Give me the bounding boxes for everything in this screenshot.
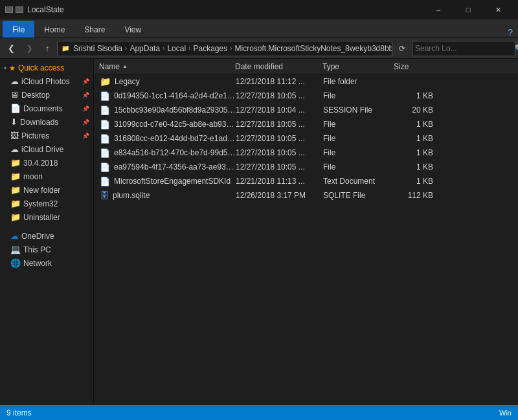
quick-access-arrow: ▾	[4, 65, 6, 71]
taskbar-text: Win	[499, 409, 512, 417]
table-row[interactable]: 📄 e834a516-b712-470c-be7d-99d5fc4e7c16 1…	[94, 146, 518, 160]
file-col-type: File	[323, 134, 394, 143]
file-col-name: 📄 0d194350-1cc1-4164-a2d4-d2e137a0a39f	[100, 91, 236, 101]
file-col-name: 📄 316808cc-e012-44dd-bd72-e1ad421fb827	[100, 134, 236, 144]
col-header-date[interactable]: Date modified	[235, 62, 322, 71]
sort-arrow: ▲	[122, 63, 128, 69]
title-bar-left: LocalState	[5, 5, 64, 14]
sqlite-icon: 🗄	[100, 190, 109, 201]
file-icon: 📄	[100, 148, 110, 158]
table-row[interactable]: 📄 MicrosoftStoreEngagementSDKId 12/21/20…	[94, 174, 518, 188]
file-col-name: 📁 Legacy	[100, 76, 236, 87]
table-row[interactable]: 📄 ea97594b-4f17-4356-aa73-ae93139cb43d 1…	[94, 160, 518, 174]
table-row[interactable]: 📄 316808cc-e012-44dd-bd72-e1ad421fb827 1…	[94, 131, 518, 146]
file-col-type: SESSION File	[323, 105, 394, 115]
file-col-name: 📄 15cbbc93e90a4d56bf8d9a29305b8981.sto..…	[100, 105, 236, 115]
sidebar-item-new-folder[interactable]: 📁 New folder	[0, 183, 93, 197]
folder-icon: 📁	[10, 185, 21, 195]
file-name: 0d194350-1cc1-4164-a2d4-d2e137a0a39f	[114, 91, 236, 100]
folder-icon: 📁	[10, 199, 21, 208]
sidebar-item-this-pc[interactable]: 💻 This PC	[0, 243, 93, 256]
file-icon: 📄	[100, 134, 110, 144]
sidebar-item-onedrive[interactable]: ☁ OneDrive	[0, 229, 93, 243]
sidebar-item-label: moon	[23, 172, 43, 181]
help-icon[interactable]: ?	[508, 27, 513, 38]
file-col-type: File	[323, 120, 394, 129]
sidebar-item-pictures[interactable]: 🖼 Pictures 📌	[0, 129, 93, 142]
search-icon[interactable]: 🔍	[515, 44, 518, 52]
file-col-name: 📄 e834a516-b712-470c-be7d-99d5fc4e7c16	[100, 148, 236, 158]
sidebar-item-icloud-photos[interactable]: ☁ iCloud Photos 📌	[0, 74, 93, 88]
file-name: 316808cc-e012-44dd-bd72-e1ad421fb827	[114, 134, 236, 143]
sidebar-item-label: OneDrive	[21, 232, 54, 241]
sidebar-item-icloud-drive[interactable]: ☁ iCloud Drive	[0, 142, 93, 156]
forward-button[interactable]: ❯	[21, 40, 38, 57]
icloud-drive-icon: ☁	[10, 144, 19, 154]
sidebar-item-moon[interactable]: 📁 moon	[0, 170, 93, 183]
address-sep-2: ›	[163, 45, 164, 52]
col-header-size[interactable]: Size	[394, 62, 433, 71]
quick-access-header[interactable]: ▾ ★ Quick access	[0, 61, 93, 74]
file-col-date: 12/27/2018 10:05 ...	[236, 120, 323, 129]
file-col-type: File	[323, 148, 394, 157]
toolbar: ❮ ❯ ↑ 📁 Srishti Sisodia › AppData › Loca…	[0, 38, 518, 59]
address-part-2[interactable]: AppData	[130, 44, 160, 53]
address-part-1[interactable]: Srishti Sisodia	[73, 44, 122, 53]
address-bar[interactable]: 📁 Srishti Sisodia › AppData › Local › Pa…	[57, 41, 392, 56]
icloud-photos-icon: ☁	[10, 76, 19, 86]
column-headers: Name ▲ Date modified Type Size	[94, 59, 518, 74]
table-row[interactable]: 📁 Legacy 12/21/2018 11:12 ... File folde…	[94, 74, 518, 89]
sidebar-item-uninstaller[interactable]: 📁 Uninstaller	[0, 210, 93, 224]
col-header-name[interactable]: Name ▲	[99, 62, 235, 71]
folder-icon: 📁	[10, 158, 21, 168]
refresh-button[interactable]: ⟳	[394, 40, 411, 57]
back-button[interactable]: ❮	[3, 40, 19, 57]
file-col-type: File folder	[323, 77, 394, 86]
file-name: MicrosoftStoreEngagementSDKId	[114, 177, 231, 186]
address-part-4[interactable]: Packages	[193, 44, 227, 53]
address-part-3[interactable]: Local	[167, 44, 186, 53]
sidebar-item-30-4-2018[interactable]: 📁 30.4.2018	[0, 156, 93, 170]
pin-icon: 📌	[82, 105, 89, 112]
file-col-type: File	[323, 91, 394, 100]
tab-view[interactable]: View	[115, 21, 151, 38]
onedrive-icon: ☁	[10, 231, 19, 241]
downloads-icon: ⬇	[10, 117, 17, 127]
sidebar-item-label: iCloud Drive	[21, 145, 63, 154]
table-row[interactable]: 🗄 plum.sqlite 12/26/2018 3:17 PM SQLITE …	[94, 188, 518, 203]
status-right: Win	[499, 409, 512, 417]
network-icon: 🌐	[10, 258, 21, 268]
sidebar-item-documents[interactable]: 📄 Documents 📌	[0, 102, 93, 115]
file-col-size: 112 KB	[394, 191, 433, 200]
file-name: e834a516-b712-470c-be7d-99d5fc4e7c16	[114, 148, 236, 157]
sidebar-item-desktop[interactable]: 🖥 Desktop 📌	[0, 88, 93, 102]
minimize-button[interactable]: –	[423, 0, 453, 19]
sidebar-item-downloads[interactable]: ⬇ Downloads 📌	[0, 115, 93, 129]
address-part-5[interactable]: Microsoft.MicrosoftStickyNotes_8wekyb3d8…	[235, 44, 393, 53]
close-button[interactable]: ✕	[483, 0, 513, 19]
file-col-type: SQLITE File	[323, 191, 394, 200]
maximize-button[interactable]: □	[453, 0, 483, 19]
file-col-size: 1 KB	[394, 134, 433, 143]
col-header-type[interactable]: Type	[322, 62, 394, 71]
table-row[interactable]: 📄 15cbbc93e90a4d56bf8d9a29305b8981.sto..…	[94, 103, 518, 117]
sidebar-item-label: This PC	[23, 245, 51, 254]
sidebar-item-system32[interactable]: 📁 System32	[0, 197, 93, 210]
address-sep-4: ›	[230, 45, 232, 52]
search-input[interactable]	[415, 44, 512, 53]
file-col-name: 📄 MicrosoftStoreEngagementSDKId	[100, 177, 236, 186]
file-icon: 📄	[100, 177, 110, 186]
title-bar-controls: – □ ✕	[423, 0, 513, 19]
file-col-date: 12/27/2018 10:05 ...	[236, 134, 323, 143]
tab-file[interactable]: File	[3, 21, 34, 38]
table-row[interactable]: 📄 31099ccd-c7e0-42c5-ab8e-ab93cc967527 1…	[94, 117, 518, 131]
tab-share[interactable]: Share	[74, 21, 115, 38]
file-col-size: 1 KB	[394, 162, 433, 171]
table-row[interactable]: 📄 0d194350-1cc1-4164-a2d4-d2e137a0a39f 1…	[94, 89, 518, 103]
up-button[interactable]: ↑	[39, 40, 56, 57]
file-icon: 📄	[100, 162, 110, 172]
tab-home[interactable]: Home	[34, 21, 74, 38]
sidebar-item-network[interactable]: 🌐 Network	[0, 256, 93, 270]
title-bar-squares	[5, 6, 23, 13]
file-col-date: 12/27/2018 10:05 ...	[236, 148, 323, 157]
